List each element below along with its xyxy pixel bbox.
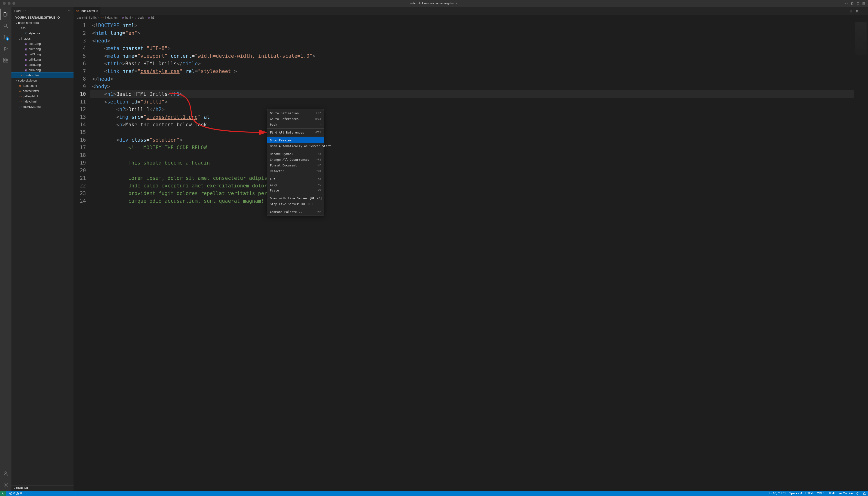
menu-stop-live-server[interactable]: Stop Live Server [⌘L ⌘C] bbox=[267, 201, 324, 207]
menu-open-auto-server[interactable]: Open Automatically on Server Start bbox=[267, 143, 324, 149]
tab-index-html[interactable]: <> index.html × bbox=[74, 7, 101, 15]
menu-cut[interactable]: Cut⌘X bbox=[267, 176, 324, 182]
more-actions-icon[interactable]: ⋯ bbox=[860, 8, 866, 14]
html-file-icon: <> bbox=[21, 74, 25, 77]
status-feedback-icon[interactable] bbox=[856, 492, 859, 495]
line-gutter: 123 456 789 101112 131415 161718 192021 … bbox=[74, 20, 90, 491]
svg-point-11 bbox=[5, 484, 6, 486]
status-cursor-position[interactable]: Ln 10, Col 31 bbox=[769, 492, 786, 495]
tree-file-selected[interactable]: <>index.html bbox=[12, 73, 74, 78]
tree-file[interactable]: ▣drill4.png bbox=[12, 57, 74, 62]
breadcrumb[interactable]: basic-html-drills› <> index.html› ◇ html… bbox=[74, 15, 868, 20]
run-debug-icon[interactable] bbox=[0, 43, 12, 55]
editor-area: <> index.html × ◫ ▦ ⋯ basic-html-drills›… bbox=[74, 7, 868, 491]
layout-sidebar-icon[interactable]: ◧ bbox=[849, 1, 855, 6]
editor-layout-icon[interactable]: ▦ bbox=[854, 8, 859, 14]
symbol-icon: ◇ bbox=[122, 16, 124, 19]
status-eol[interactable]: CRLF bbox=[817, 492, 824, 495]
crumb[interactable]: body bbox=[138, 16, 144, 19]
status-notifications-icon[interactable] bbox=[863, 492, 866, 495]
menu-find-all-references[interactable]: Find All References⌥⇧F12 bbox=[267, 129, 324, 135]
search-icon[interactable] bbox=[0, 20, 12, 31]
code-editor[interactable]: 123 456 789 101112 131415 161718 192021 … bbox=[74, 20, 868, 491]
traffic-max-icon[interactable] bbox=[12, 2, 15, 5]
tree-file[interactable]: ▣drill1.png bbox=[12, 41, 74, 46]
svg-point-2 bbox=[4, 35, 5, 36]
tree-file[interactable]: <>gallery.html bbox=[12, 94, 74, 99]
layout-split-icon[interactable]: ◫ bbox=[855, 1, 860, 6]
minimap[interactable] bbox=[854, 20, 868, 491]
status-go-live[interactable]: Go Live bbox=[839, 492, 853, 495]
html-file-icon: <> bbox=[101, 16, 104, 19]
menu-change-all-occurrences[interactable]: Change All Occurrences⌘F2 bbox=[267, 157, 324, 162]
tree-folder[interactable]: ⌄basic-html-drills bbox=[12, 20, 74, 26]
context-menu: Go to DefinitionF12 Go to References⇧F12… bbox=[267, 109, 324, 216]
tree-file[interactable]: #style.css bbox=[12, 31, 74, 36]
menu-go-to-references[interactable]: Go to References⇧F12 bbox=[267, 116, 324, 122]
status-language[interactable]: HTML bbox=[828, 492, 836, 495]
traffic-close-icon[interactable] bbox=[3, 2, 6, 5]
tab-label: index.html bbox=[81, 9, 95, 13]
image-file-icon: ▣ bbox=[24, 48, 28, 51]
tree-file[interactable]: ▣drill6.png bbox=[12, 67, 74, 73]
crumb[interactable]: basic-html-drills bbox=[77, 16, 97, 19]
crumb[interactable]: index.html bbox=[105, 16, 118, 19]
settings-icon[interactable] bbox=[0, 479, 12, 491]
menu-format-document[interactable]: Format Document⇧⌥F bbox=[267, 162, 324, 168]
tree-file[interactable]: ▣drill2.png bbox=[12, 46, 74, 52]
tree-folder[interactable]: ⌄css bbox=[12, 26, 74, 31]
status-errors[interactable]: 0 0 bbox=[9, 492, 22, 495]
crumb[interactable]: html bbox=[125, 16, 131, 19]
tree-folder[interactable]: ›code-skeleton bbox=[12, 78, 74, 83]
source-control-icon[interactable]: 1 bbox=[0, 31, 12, 43]
tree-file[interactable]: ▣drill3.png bbox=[12, 52, 74, 57]
extensions-icon[interactable] bbox=[0, 55, 12, 66]
sidebar-more-icon[interactable]: ⋯ bbox=[68, 9, 71, 12]
menu-rename-symbol[interactable]: Rename SymbolF2 bbox=[267, 151, 324, 157]
timeline-section[interactable]: ›TIMELINE bbox=[12, 485, 74, 491]
window-title: index.html — your-username.github.io bbox=[410, 2, 458, 5]
menu-refactor[interactable]: Refactor...⌃⇧R bbox=[267, 168, 324, 174]
accounts-icon[interactable] bbox=[0, 468, 12, 479]
status-indentation[interactable]: Spaces: 4 bbox=[789, 492, 802, 495]
svg-rect-6 bbox=[4, 58, 5, 60]
layout-customize-icon[interactable]: ▦ bbox=[861, 1, 866, 6]
image-file-icon: ▣ bbox=[24, 63, 28, 66]
menu-peek[interactable]: Peek› bbox=[267, 122, 324, 127]
svg-point-10 bbox=[5, 472, 7, 474]
svg-point-3 bbox=[4, 38, 5, 39]
menu-paste[interactable]: Paste⌘V bbox=[267, 187, 324, 193]
tab-bar: <> index.html × ◫ ▦ ⋯ bbox=[74, 7, 868, 15]
tree-file[interactable]: <>index.html bbox=[12, 99, 74, 104]
tree-file[interactable]: ▣drill5.png bbox=[12, 62, 74, 67]
split-editor-icon[interactable]: ◫ bbox=[848, 8, 853, 14]
explorer-icon[interactable] bbox=[0, 9, 12, 20]
svg-marker-5 bbox=[4, 47, 8, 50]
html-file-icon: <> bbox=[76, 9, 79, 13]
symbol-icon: ◇ bbox=[135, 16, 136, 19]
svg-point-0 bbox=[4, 24, 7, 27]
close-icon[interactable]: × bbox=[96, 9, 98, 13]
tree-folder[interactable]: ⌄images bbox=[12, 36, 74, 41]
html-file-icon: <> bbox=[18, 100, 22, 103]
status-encoding[interactable]: UTF-8 bbox=[806, 492, 813, 495]
menu-command-palette[interactable]: Command Palette...⇧⌘P bbox=[267, 209, 324, 215]
code-content[interactable]: <!DOCTYPE html> <html lang="en"> <head> … bbox=[90, 20, 854, 491]
menu-open-live-server[interactable]: Open with Live Server [⌘L ⌘O] bbox=[267, 195, 324, 201]
svg-line-1 bbox=[6, 27, 8, 28]
layout-panel-icon[interactable]: ▭ bbox=[844, 1, 849, 6]
tree-file[interactable]: <>about.html bbox=[12, 83, 74, 89]
svg-rect-8 bbox=[4, 61, 5, 62]
image-file-icon: ▣ bbox=[24, 69, 28, 72]
menu-show-preview[interactable]: Show Preview bbox=[267, 137, 324, 143]
tree-file[interactable]: ⓘREADME.md bbox=[12, 104, 74, 109]
html-file-icon: <> bbox=[18, 90, 22, 93]
menu-go-to-definition[interactable]: Go to DefinitionF12 bbox=[267, 110, 324, 116]
status-bar: 0 0 Ln 10, Col 31 Spaces: 4 UTF-8 CRLF H… bbox=[0, 491, 868, 496]
remote-icon[interactable] bbox=[0, 491, 6, 496]
tree-root[interactable]: ⌄YOUR-USERNAME.GITHUB.IO bbox=[12, 15, 74, 20]
menu-copy[interactable]: Copy⌘C bbox=[267, 182, 324, 187]
crumb[interactable]: h1 bbox=[151, 16, 154, 19]
traffic-min-icon[interactable] bbox=[8, 2, 11, 5]
tree-file[interactable]: <>contact.html bbox=[12, 89, 74, 94]
